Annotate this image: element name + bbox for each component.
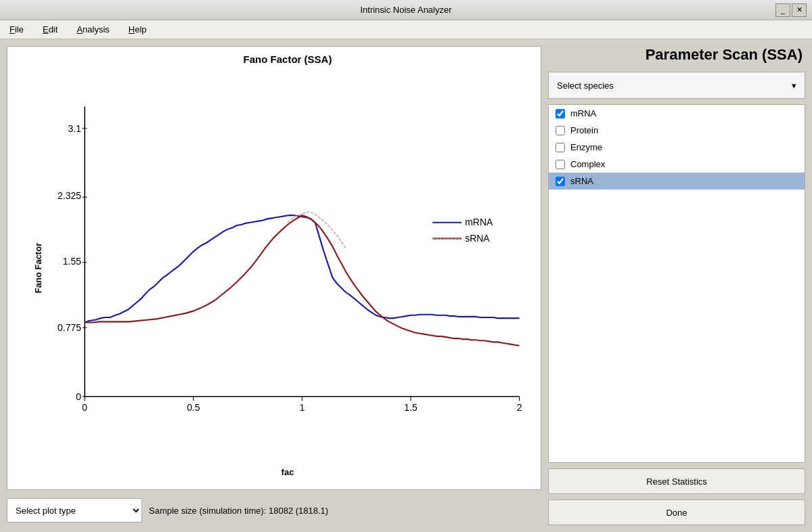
complex-label: Complex [570, 159, 605, 169]
reset-statistics-button[interactable]: Reset Statistics [548, 468, 805, 494]
protein-checkbox[interactable] [556, 126, 565, 135]
chart-title: Fano Factor (SSA) [41, 53, 534, 65]
svg-text:2: 2 [517, 402, 522, 413]
sample-size-text: Sample size (simulation time): 18082 (18… [149, 506, 328, 516]
menu-analysis[interactable]: Analysis [72, 23, 113, 36]
select-species-dropdown[interactable]: Select species ▾ [548, 72, 805, 99]
enzyme-checkbox[interactable] [556, 143, 565, 152]
chart-svg: 0 0.775 1.55 2.325 3.1 0 0.5 1 1.5 [41, 68, 534, 464]
complex-checkbox[interactable] [556, 160, 565, 169]
mrna-checkbox[interactable] [556, 109, 565, 118]
menu-help[interactable]: Help [125, 23, 151, 36]
close-button[interactable]: ✕ [792, 3, 807, 17]
svg-text:sRNA: sRNA [465, 233, 490, 244]
species-item-mrna[interactable]: mRNA [549, 105, 805, 122]
y-axis-label: Fano Factor [33, 243, 43, 293]
right-panel: Parameter Scan (SSA) Select species ▾ mR… [548, 46, 805, 525]
right-bottom-buttons: Reset Statistics [548, 468, 805, 494]
svg-text:2.325: 2.325 [58, 191, 81, 202]
window-title: Intrinsic Noise Analyzer [360, 5, 451, 15]
select-species-label: Select species [557, 81, 614, 91]
species-item-complex[interactable]: Complex [549, 156, 805, 173]
species-item-enzyme[interactable]: Enzyme [549, 139, 805, 156]
protein-label: Protein [570, 125, 598, 135]
svg-text:0: 0 [82, 402, 87, 413]
svg-text:1: 1 [300, 402, 305, 413]
svg-text:1.5: 1.5 [404, 402, 418, 413]
minimize-button[interactable]: _ [775, 3, 790, 17]
species-item-srna[interactable]: sRNA [549, 173, 805, 190]
srna-label: sRNA [570, 176, 593, 186]
title-bar: Intrinsic Noise Analyzer _ ✕ [0, 0, 812, 20]
done-button[interactable]: Done [548, 500, 805, 525]
left-panel: Fano Factor (SSA) Fano Factor 0 0.775 1.… [7, 46, 541, 525]
srna-checkbox[interactable] [556, 177, 565, 186]
main-content: Fano Factor (SSA) Fano Factor 0 0.775 1.… [0, 39, 812, 532]
chart-area: Fano Factor (SSA) Fano Factor 0 0.775 1.… [7, 46, 541, 490]
x-axis-label: fac [41, 467, 534, 477]
window-controls: _ ✕ [775, 3, 807, 17]
svg-text:3.1: 3.1 [68, 123, 82, 134]
species-item-protein[interactable]: Protein [549, 122, 805, 139]
menu-edit[interactable]: Edit [39, 23, 62, 36]
menu-bar: File Edit Analysis Help [0, 20, 812, 39]
svg-text:mRNA: mRNA [465, 217, 493, 227]
svg-text:0.5: 0.5 [187, 402, 200, 413]
plot-type-select[interactable]: Select plot type [7, 498, 142, 523]
svg-text:1.55: 1.55 [63, 256, 81, 267]
svg-text:0: 0 [76, 391, 81, 402]
species-list: mRNA Protein Enzyme Complex sRNA [548, 104, 805, 463]
param-scan-title: Parameter Scan (SSA) [548, 46, 805, 64]
menu-file[interactable]: File [5, 23, 28, 36]
svg-text:0.775: 0.775 [58, 322, 81, 333]
mrna-label: mRNA [570, 108, 596, 118]
enzyme-label: Enzyme [570, 142, 602, 152]
done-row: Done [548, 500, 805, 525]
bottom-bar: Select plot type Sample size (simulation… [7, 495, 541, 525]
chevron-down-icon: ▾ [792, 81, 796, 91]
